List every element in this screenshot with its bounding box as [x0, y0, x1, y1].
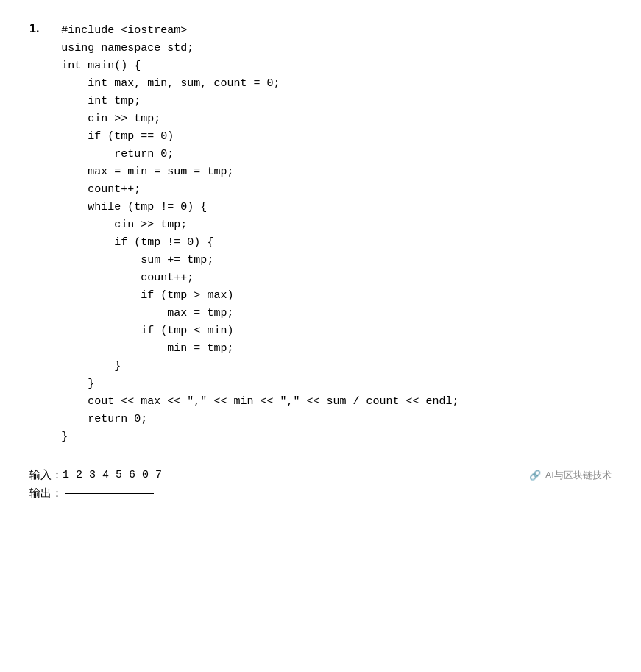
code-line: if (tmp != 0) { [61, 234, 458, 252]
code-line: } [61, 428, 458, 446]
input-label: 输入： [29, 468, 63, 482]
code-line: max = tmp; [61, 305, 458, 322]
code-line: count++; [61, 181, 458, 199]
code-line: count++; [61, 269, 458, 287]
code-line: cin >> tmp; [61, 216, 458, 234]
output-row: 输出： [29, 487, 612, 501]
code-line: int max, min, sum, count = 0; [61, 75, 458, 93]
code-line: return 0; [61, 146, 458, 163]
code-line: cout << max << "," << min << "," << sum … [61, 393, 458, 411]
input-left: 输入： 1 2 3 4 5 6 0 7 [29, 468, 162, 482]
code-line: int tmp; [61, 93, 458, 110]
code-line: #include <iostream> [61, 22, 458, 40]
output-left: 输出： [29, 487, 154, 501]
code-line: if (tmp > max) [61, 287, 458, 305]
code-line: if (tmp == 0) [61, 128, 458, 146]
code-block: #include <iostream>using namespace std;i… [39, 22, 458, 446]
input-row: 输入： 1 2 3 4 5 6 0 7 🔗 AI与区块链技术 [29, 468, 612, 482]
code-line: using namespace std; [61, 40, 458, 57]
page-content: 1. #include <iostream>using namespace st… [29, 22, 612, 501]
code-line: } [61, 375, 458, 393]
footer-section: 输入： 1 2 3 4 5 6 0 7 🔗 AI与区块链技术 输出： [29, 468, 612, 501]
problem-number: 1. [29, 22, 39, 35]
code-line: } [61, 358, 458, 375]
problem-header: 1. #include <iostream>using namespace st… [29, 22, 612, 446]
watermark-icon: 🔗 [529, 470, 541, 481]
code-line: sum += tmp; [61, 252, 458, 269]
watermark-text: AI与区块链技术 [545, 469, 612, 482]
input-value: 1 2 3 4 5 6 0 7 [63, 469, 162, 481]
output-label: 输出： [29, 487, 63, 501]
code-line: min = tmp; [61, 340, 458, 358]
code-line: int main() { [61, 57, 458, 75]
watermark: 🔗 AI与区块链技术 [529, 469, 612, 482]
code-line: while (tmp != 0) { [61, 199, 458, 216]
code-line: cin >> tmp; [61, 110, 458, 128]
output-blank [65, 493, 154, 494]
code-line: max = min = sum = tmp; [61, 163, 458, 181]
code-line: if (tmp < min) [61, 322, 458, 340]
code-line: return 0; [61, 411, 458, 428]
